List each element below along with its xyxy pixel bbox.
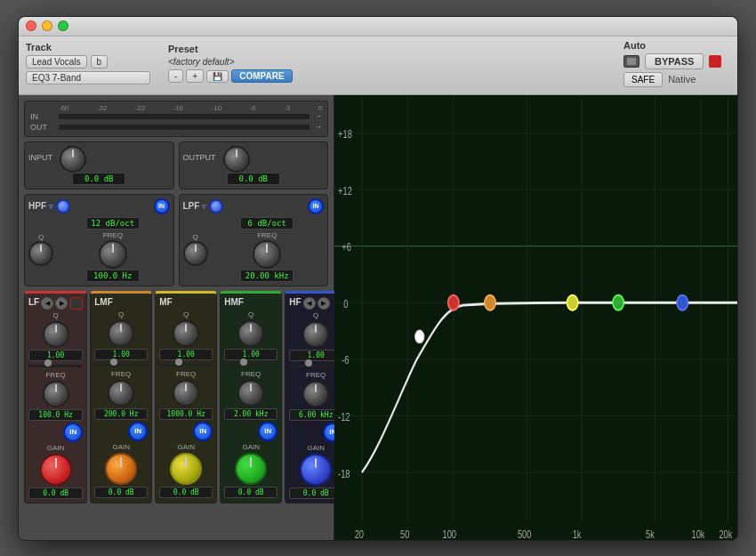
lf-nav-btn1[interactable]: ◀ [41,297,53,310]
hf-nav-btn2[interactable]: ▶ [318,297,330,310]
hmf-in-button[interactable]: IN [258,422,277,441]
lf-slider[interactable] [28,365,83,367]
lpf-phase-btn[interactable] [209,199,223,214]
hmf-dot [613,294,623,310]
mf-dot [567,294,578,310]
lf-gain-value: 0.0 dB [28,488,83,499]
svg-text:+12: +12 [338,184,352,197]
preset-minus-button[interactable]: - [168,69,183,83]
mf-q-value: 1.00 [159,349,213,360]
lf-mode-box[interactable] [70,297,83,310]
main-content: -60 -32 -22 -16 -10 -6 -3 0 IN → [19,95,737,541]
track-b-button[interactable]: b [91,55,109,68]
out-meter-bar [59,125,310,130]
lmf-q-value: 1.00 [94,349,148,360]
svg-text:-18: -18 [338,467,350,479]
lpf-arrow1: ▿ [202,202,206,211]
hpf-header: HPF ▿ IN [28,198,170,214]
mf-gain-value: 0.0 dB [159,487,213,498]
lf-gain-knob[interactable] [40,454,72,486]
track-name-button[interactable]: Lead Vocals [26,55,87,68]
output-label: OUTPUT [183,153,216,162]
lmf-freq-label: FREQ [111,370,131,378]
mf-in-button[interactable]: IN [193,422,213,441]
compare-button[interactable]: COMPARE [231,69,292,83]
output-value[interactable]: 0.0 dB [227,173,280,185]
hf-q-label: Q [313,311,318,319]
eq-graph-panel: +18 +12 +6 0 -6 -12 -18 20 50 100 500 1k… [334,95,737,541]
lmf-slider[interactable] [94,364,148,367]
hmf-gain-knob[interactable] [235,453,267,485]
mf-label: MF [159,297,172,307]
mf-gain-label: GAIN [177,443,195,451]
lf-freq-knob[interactable] [43,381,69,407]
out-arrow: → [315,123,322,131]
lf-q-knob[interactable] [43,321,69,348]
meter-scale-label: 0 [318,104,321,112]
meter-scale-label: -60 [59,104,69,112]
safe-button[interactable]: SAFE [623,72,663,87]
input-value[interactable]: 0.0 dB [72,173,125,185]
in-meter-bar [59,114,310,119]
mf-freq-knob[interactable] [173,380,199,407]
hf-nav-btn1[interactable]: ◀ [303,297,316,310]
lf-label: LF [28,297,39,307]
close-button[interactable] [26,20,36,31]
preset-save-button[interactable]: 💾 [206,70,229,83]
preset-name: <factory default> [168,57,606,67]
hmf-slider[interactable] [224,364,277,367]
svg-text:5k: 5k [646,528,655,540]
hf-freq-knob[interactable] [302,381,329,407]
meter-scale-label: -6 [250,104,256,112]
hmf-freq-value: 2.00 kHz [224,408,277,420]
input-knob[interactable] [60,146,86,173]
hmf-q-knob[interactable] [237,320,264,347]
bypass-button[interactable]: BYPASS [645,53,704,69]
hf-gain-knob[interactable] [300,454,332,486]
hf-q-knob[interactable] [302,321,329,348]
hpf-in-button[interactable]: IN [154,198,170,214]
mf-freq-value: 1000.0 Hz [159,408,213,420]
svg-text:20k: 20k [719,528,732,540]
auto-icon[interactable] [623,55,639,68]
auto-section-label: Auto [623,40,730,51]
hmf-q-label: Q [248,310,253,318]
mf-gain-knob[interactable] [170,453,202,485]
lmf-in-button[interactable]: IN [128,422,148,441]
hf-dot [677,294,688,310]
hpf-dot [415,330,424,342]
plugin-name-button[interactable]: EQ3 7-Band [26,71,150,85]
lmf-q-knob[interactable] [108,320,134,347]
lf-q-label: Q [52,311,58,319]
svg-text:-6: -6 [342,354,349,367]
io-section: INPUT 0.0 dB OUTPUT 0.0 dB [24,141,328,189]
lmf-freq-knob[interactable] [108,380,134,407]
mf-q-label: Q [183,310,189,318]
mf-q-knob[interactable] [173,320,199,347]
maximize-button[interactable] [58,20,68,31]
preset-plus-button[interactable]: + [186,69,204,83]
minimize-button[interactable] [42,20,52,31]
lmf-gain-knob[interactable] [105,453,137,485]
output-knob[interactable] [223,146,250,173]
lf-gain-label: GAIN [47,444,65,452]
hpf-phase-btn[interactable] [56,199,70,214]
hmf-freq-knob[interactable] [237,380,264,407]
hpf-freq-value[interactable]: 100.0 Hz [86,270,140,282]
title-bar [19,17,737,36]
lpf-freq-value[interactable]: 20.00 kHz [240,270,294,282]
filter-section: HPF ▿ IN Q 12 dB/oct [24,194,328,286]
lpf-q-label: Q [192,233,197,241]
svg-text:1k: 1k [573,528,582,540]
lf-nav-btn2[interactable]: ▶ [55,297,68,310]
mf-slider[interactable] [159,364,213,367]
lf-freq-value: 100.0 Hz [28,409,83,421]
eq-bands-section: LF ◀ ▶ Q 1.00 FREQ 100.0 Hz IN [24,291,328,504]
svg-text:0: 0 [343,297,348,310]
in-meter-label: IN [30,112,55,121]
preset-section-label: Preset [168,44,606,54]
lf-in-button[interactable]: IN [63,423,83,442]
lmf-dot [485,294,495,310]
lpf-in-button[interactable]: IN [308,198,324,214]
input-box: INPUT 0.0 dB [24,141,174,189]
